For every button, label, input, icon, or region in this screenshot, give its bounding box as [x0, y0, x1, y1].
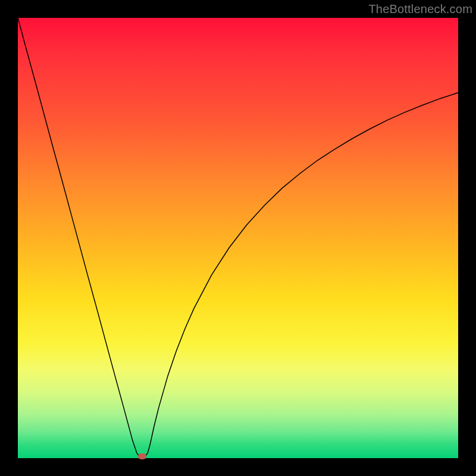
plot-area [18, 18, 458, 458]
curve-layer [18, 18, 458, 458]
bottleneck-curve-path [18, 18, 458, 458]
min-point-marker [138, 453, 146, 459]
watermark-text: TheBottleneck.com [368, 2, 472, 16]
chart-stage: TheBottleneck.com [0, 0, 476, 476]
